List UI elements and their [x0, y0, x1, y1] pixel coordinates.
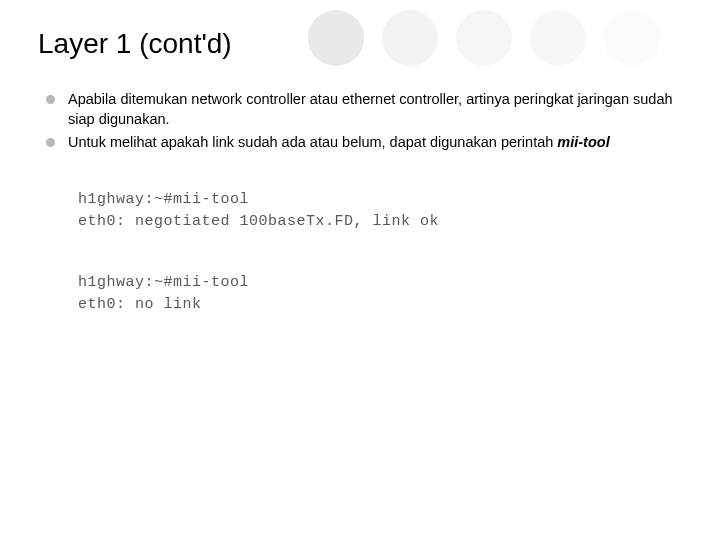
bullet-item: Apabila ditemukan network controller ata…: [46, 90, 682, 129]
bullet-text: Apabila ditemukan network controller ata…: [68, 91, 673, 127]
bullet-item: Untuk melihat apakah link sudah ada atau…: [46, 133, 682, 153]
terminal-output: h1ghway:~#mii-tool eth0: no link: [78, 272, 682, 317]
slide-title: Layer 1 (cont'd): [38, 28, 682, 60]
bullet-list: Apabila ditemukan network controller ata…: [38, 90, 682, 153]
tool-name: mii-tool: [557, 134, 609, 150]
slide-content: Layer 1 (cont'd) Apabila ditemukan netwo…: [0, 0, 720, 317]
terminal-output: h1ghway:~#mii-tool eth0: negotiated 100b…: [78, 189, 682, 234]
bullet-text: Untuk melihat apakah link sudah ada atau…: [68, 134, 557, 150]
